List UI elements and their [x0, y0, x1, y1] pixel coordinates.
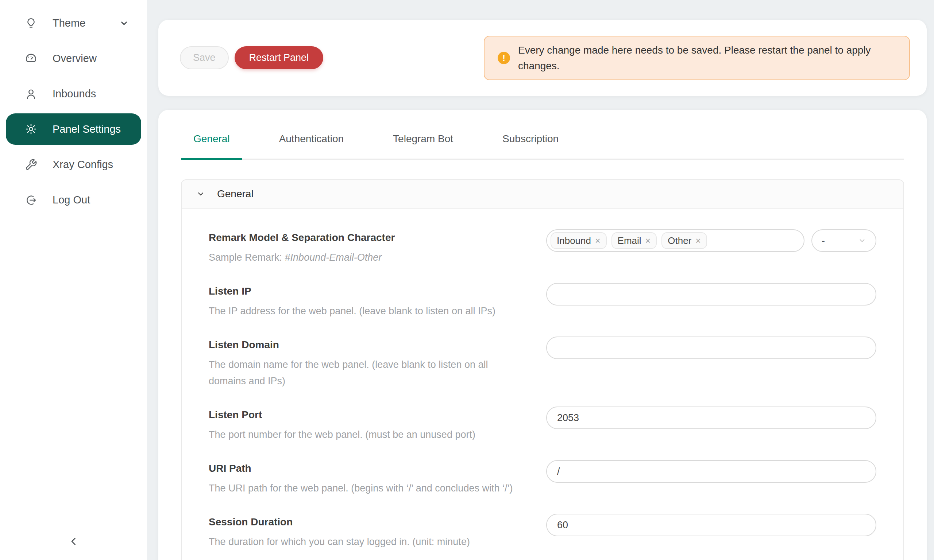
sidebar-item-xray-configs[interactable]: Xray Configs: [0, 147, 147, 182]
field-description: Sample Remark: #Inbound-Email-Other: [209, 249, 524, 266]
field-description: The domain name for the web panel. (leav…: [209, 357, 524, 389]
listen-domain-input[interactable]: [546, 337, 876, 359]
tab-general[interactable]: General: [181, 133, 242, 158]
close-icon[interactable]: ×: [646, 236, 651, 245]
chevron-left-icon: [68, 535, 80, 549]
sidebar-item-log-out[interactable]: Log Out: [0, 182, 147, 218]
field-label: Listen Port: [209, 408, 524, 422]
tab-telegram-bot[interactable]: Telegram Bot: [381, 133, 465, 158]
settings-tabs: General Authentication Telegram Bot Subs…: [181, 110, 904, 160]
sample-remark-value: #Inbound-Email-Other: [285, 252, 382, 263]
field-uri-path: URI Path The URI path for the web panel.…: [209, 462, 876, 497]
alert-message: Every change made here needs to be saved…: [518, 42, 890, 74]
field-listen-ip: Listen IP The IP address for the web pan…: [209, 285, 876, 319]
general-section: General Remark Model & Separation Charac…: [181, 179, 904, 560]
section-title: General: [217, 188, 254, 200]
close-icon[interactable]: ×: [695, 236, 701, 245]
chevron-down-icon: [196, 189, 205, 198]
chevron-down-icon: [858, 237, 866, 245]
sidebar-item-inbounds[interactable]: Inbounds: [0, 76, 147, 112]
tag-other: Other ×: [661, 232, 707, 249]
field-label: URI Path: [209, 462, 524, 475]
sidebar-item-label: Theme: [52, 17, 85, 29]
field-session-duration: Session Duration The duration for which …: [209, 515, 876, 550]
save-button[interactable]: Save: [180, 46, 229, 69]
field-listen-domain: Listen Domain The domain name for the we…: [209, 338, 876, 389]
field-listen-port: Listen Port The port number for the web …: [209, 408, 876, 443]
sidebar-item-label: Overview: [52, 52, 97, 65]
field-label: Listen IP: [209, 285, 524, 298]
wrench-icon: [25, 158, 37, 171]
listen-ip-input[interactable]: [546, 283, 876, 306]
lightbulb-icon: [25, 17, 37, 29]
action-toolbar: Save Restart Panel ! Every change made h…: [158, 20, 927, 96]
restart-warning-alert: ! Every change made here needs to be sav…: [484, 36, 910, 80]
sidebar-item-theme[interactable]: Theme: [0, 5, 147, 41]
panel-settings-card: General Authentication Telegram Bot Subs…: [158, 110, 927, 560]
general-section-header[interactable]: General: [182, 180, 903, 209]
warning-icon: !: [498, 52, 510, 64]
sidebar-item-label: Xray Configs: [52, 158, 113, 171]
field-label: Session Duration: [209, 515, 524, 529]
listen-port-input[interactable]: [546, 406, 876, 429]
tab-subscription[interactable]: Subscription: [490, 133, 571, 158]
sidebar-item-label: Panel Settings: [52, 123, 121, 135]
general-section-body: Remark Model & Separation Character Samp…: [182, 209, 903, 560]
sidebar-collapse-button[interactable]: [0, 535, 147, 549]
field-label: Listen Domain: [209, 338, 524, 351]
session-duration-input[interactable]: [546, 514, 876, 536]
uri-path-input[interactable]: [546, 460, 876, 483]
gauge-icon: [25, 52, 37, 65]
sidebar: Theme Overview Inbounds: [0, 0, 147, 560]
separation-character-select[interactable]: -: [811, 229, 876, 252]
field-label: Remark Model & Separation Character: [209, 231, 524, 244]
chevron-down-icon: [119, 18, 129, 28]
sidebar-item-panel-settings[interactable]: Panel Settings: [6, 113, 141, 145]
sidebar-item-label: Inbounds: [52, 88, 96, 100]
field-description: The duration for which you can stay logg…: [209, 534, 524, 550]
user-icon: [25, 88, 37, 100]
field-description: The IP address for the web panel. (leave…: [209, 303, 524, 319]
close-icon[interactable]: ×: [595, 236, 601, 245]
restart-panel-button[interactable]: Restart Panel: [234, 46, 324, 69]
field-remark-model: Remark Model & Separation Character Samp…: [209, 231, 876, 266]
gear-icon: [25, 123, 37, 135]
tag-inbound: Inbound ×: [550, 232, 607, 249]
field-description: The URI path for the web panel. (begins …: [209, 480, 524, 497]
tag-email: Email ×: [612, 232, 657, 249]
sidebar-item-label: Log Out: [52, 194, 90, 206]
remark-model-tags-input[interactable]: Inbound × Email × Other ×: [546, 229, 805, 252]
sidebar-item-overview[interactable]: Overview: [0, 41, 147, 76]
select-value: -: [821, 235, 825, 246]
logout-icon: [25, 194, 37, 206]
main-content: Save Restart Panel ! Every change made h…: [147, 0, 934, 560]
field-description: The port number for the web panel. (must…: [209, 426, 524, 443]
tab-authentication[interactable]: Authentication: [267, 133, 356, 158]
